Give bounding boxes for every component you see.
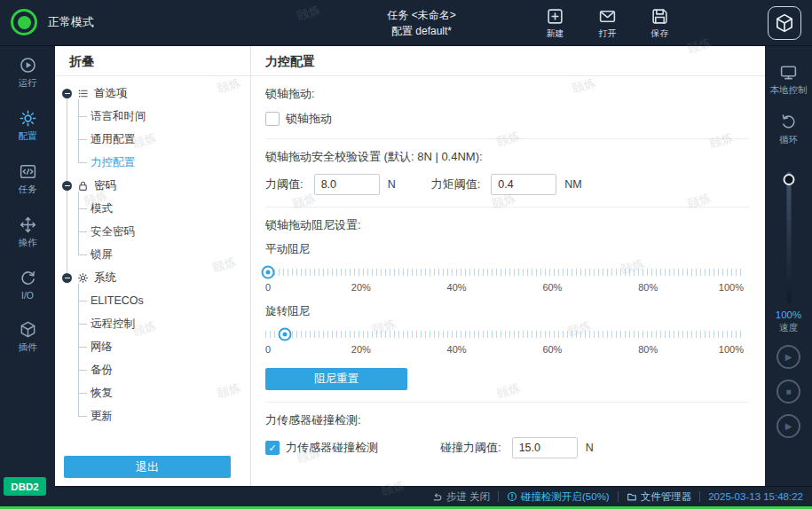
tree-item-language-time[interactable]: 语言和时间 bbox=[55, 105, 250, 128]
tree-item-general-config[interactable]: 通用配置 bbox=[55, 128, 250, 151]
speed-slider-track bbox=[786, 172, 791, 303]
tree-item-lock-screen[interactable]: 锁屏 bbox=[55, 243, 250, 266]
rotation-damping-slider[interactable] bbox=[265, 326, 744, 342]
sidebar-item-label: 插件 bbox=[19, 341, 37, 354]
sidebar-item-label: 运行 bbox=[19, 77, 37, 90]
sidebar-item-operate[interactable]: 操作 bbox=[0, 206, 55, 259]
sidebar-item-run[interactable]: 运行 bbox=[0, 46, 55, 99]
tree-item-restore[interactable]: 恢复 bbox=[55, 381, 250, 404]
step-status[interactable]: 步进 关闭 bbox=[432, 490, 490, 504]
collapse-bullet-icon bbox=[62, 181, 72, 191]
separator bbox=[618, 491, 619, 502]
force-control-config-panel: 力控配置 锁轴拖动: 锁轴拖动 锁轴拖动安全校验设置 (默认: 8N | 0.4… bbox=[250, 46, 765, 486]
collapse-header[interactable]: 折叠 bbox=[55, 46, 250, 76]
sidebar-item-label: 操作 bbox=[19, 237, 37, 249]
file-manager-label: 文件管理器 bbox=[641, 490, 692, 504]
tree-item-mode[interactable]: 模式 bbox=[55, 197, 250, 220]
tree-children: 模式 安全密码 锁屏 bbox=[55, 197, 250, 266]
sidebar-item-plugin[interactable]: 插件 bbox=[0, 310, 55, 364]
clock-timestamp: 2025-03-13 15:48:22 bbox=[708, 491, 803, 502]
force-threshold-input[interactable] bbox=[314, 174, 380, 195]
play-icon: ▶ bbox=[785, 421, 792, 431]
tree-group-password[interactable]: 密码 bbox=[55, 174, 250, 197]
collision-status[interactable]: 碰撞检测开启(50%) bbox=[507, 490, 610, 504]
local-control-label: 本地控制 bbox=[770, 84, 808, 97]
slider-track bbox=[265, 269, 744, 276]
separator bbox=[699, 491, 700, 502]
file-manager[interactable]: 文件管理器 bbox=[627, 490, 692, 504]
collision-detection-checkbox[interactable] bbox=[265, 441, 280, 455]
new-button-label: 新建 bbox=[547, 27, 564, 40]
monitor-icon bbox=[779, 63, 798, 82]
open-button[interactable]: 打开 bbox=[598, 7, 617, 40]
sync-icon bbox=[19, 269, 37, 287]
tree-group-preferences[interactable]: 首选项 bbox=[55, 82, 250, 105]
rotation-damping-label: 旋转阻尼 bbox=[265, 304, 749, 319]
local-control-item[interactable]: 本地控制 bbox=[770, 55, 808, 105]
tree-group-system[interactable]: 系统 bbox=[55, 266, 250, 289]
app-window: 正常模式 任务 <未命名> 配置 default* 新建 打开 保存 bbox=[0, 0, 812, 509]
new-button[interactable]: 新建 bbox=[546, 7, 564, 40]
translation-damping-slider[interactable] bbox=[265, 264, 744, 280]
tree-item-network[interactable]: 网络 bbox=[55, 335, 250, 358]
slider-knob[interactable] bbox=[278, 328, 291, 341]
damping-reset-button[interactable]: 阻尼重置 bbox=[265, 368, 407, 390]
exit-button[interactable]: 退出 bbox=[64, 456, 231, 478]
save-button[interactable]: 保存 bbox=[650, 7, 669, 40]
tree-item-remote-control[interactable]: 远程控制 bbox=[55, 312, 250, 335]
collision-threshold-input[interactable] bbox=[512, 437, 578, 458]
step-status-label: 步进 关闭 bbox=[446, 490, 490, 504]
section-label: 锁轴拖动安全校验设置 (默认: 8N | 0.4NM): bbox=[265, 149, 749, 165]
collision-threshold-label: 碰撞力阈值: bbox=[440, 440, 501, 456]
loop-item[interactable]: 循环 bbox=[779, 105, 798, 154]
sidebar-item-label: 配置 bbox=[19, 130, 37, 143]
cube-icon bbox=[19, 320, 37, 339]
folder-icon bbox=[627, 491, 637, 502]
torque-threshold-input[interactable] bbox=[491, 174, 556, 195]
torque-unit: NM bbox=[564, 178, 581, 191]
tree-item-elitecos[interactable]: ELITECOs bbox=[55, 289, 250, 312]
top-bar: 正常模式 任务 <未命名> 配置 default* 新建 打开 保存 bbox=[0, 0, 812, 46]
config-label: 配置 default* bbox=[346, 23, 497, 39]
torque-threshold-label: 力矩阈值: bbox=[431, 176, 481, 192]
translation-damping-label: 平动阻尼 bbox=[265, 242, 749, 257]
app-logo[interactable] bbox=[768, 6, 801, 40]
code-icon bbox=[19, 162, 37, 181]
lock-axis-checkbox[interactable] bbox=[265, 112, 280, 126]
save-icon bbox=[650, 7, 669, 26]
cube-icon bbox=[774, 12, 795, 34]
collision-alert-icon bbox=[507, 491, 517, 502]
step-run-button[interactable]: ▶ bbox=[777, 414, 800, 438]
stop-button[interactable]: ■ bbox=[777, 380, 800, 403]
speed-slider[interactable] bbox=[765, 172, 812, 303]
mode-indicator-icon[interactable] bbox=[11, 9, 37, 35]
slider-tick-labels: 0 20% 40% 60% 80% 100% bbox=[265, 344, 744, 357]
section-label: 锁轴拖动: bbox=[265, 86, 749, 102]
damping-section: 锁轴拖动阻尼设置: 平动阻尼 0 20% 40% 60% 80% 100% 旋转… bbox=[265, 208, 749, 403]
settings-tree-panel: 折叠 首选项 语言和时间 通用配置 力控配置 密码 模式 安全密码 锁屏 bbox=[55, 46, 250, 486]
tree-item-force-control[interactable]: 力控配置 bbox=[55, 151, 250, 174]
lock-axis-checkbox-label: 锁轴拖动 bbox=[286, 111, 332, 127]
sidebar-item-task[interactable]: 任务 bbox=[0, 153, 55, 206]
play-button[interactable]: ▶ bbox=[777, 345, 800, 369]
separator bbox=[498, 491, 499, 502]
tree-item-backup[interactable]: 备份 bbox=[55, 358, 250, 381]
speed-slider-knob[interactable] bbox=[783, 174, 794, 185]
robot-badge[interactable]: DBD2 bbox=[4, 477, 46, 496]
tree-item-safety-password[interactable]: 安全密码 bbox=[55, 220, 250, 243]
open-icon bbox=[598, 7, 617, 26]
sidebar-item-io[interactable]: I/O bbox=[0, 259, 55, 310]
mode-status: 正常模式 bbox=[11, 9, 94, 35]
run-icon bbox=[19, 56, 37, 74]
new-icon bbox=[546, 7, 564, 26]
tree-item-update[interactable]: 更新 bbox=[55, 404, 250, 427]
section-label: 锁轴拖动阻尼设置: bbox=[265, 217, 749, 233]
collision-threshold-unit: N bbox=[586, 442, 594, 454]
lock-icon bbox=[77, 180, 89, 192]
slider-knob[interactable] bbox=[261, 266, 274, 279]
tree-group-label: 密码 bbox=[94, 178, 116, 193]
tree-group-label: 系统 bbox=[94, 270, 116, 286]
force-unit: N bbox=[388, 178, 396, 191]
status-bar: 步进 关闭 碰撞检测开启(50%) 文件管理器 2025-03-13 15:48… bbox=[55, 486, 812, 506]
sidebar-item-config[interactable]: 配置 bbox=[0, 99, 55, 153]
